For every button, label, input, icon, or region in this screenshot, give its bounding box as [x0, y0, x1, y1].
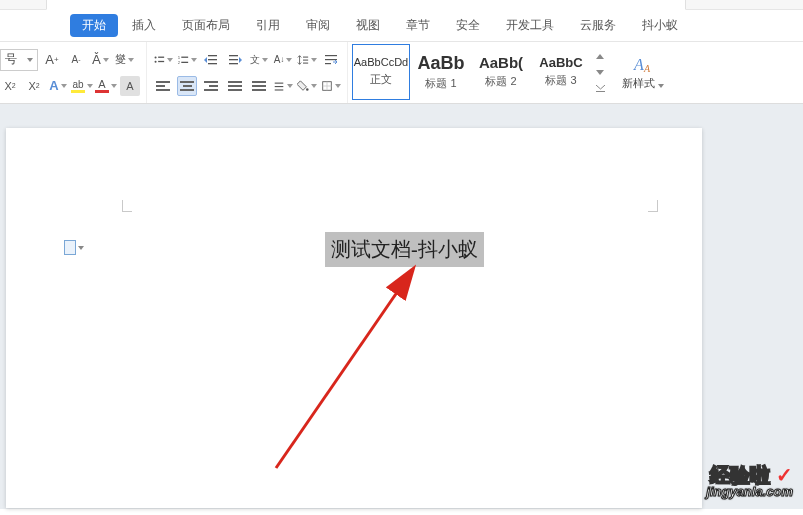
decrease-indent-icon[interactable] — [201, 50, 221, 70]
svg-text:1: 1 — [178, 55, 181, 60]
subscript-icon[interactable]: X2 — [24, 76, 44, 96]
tab-page-layout[interactable]: 页面布局 — [170, 14, 242, 37]
increase-indent-icon[interactable] — [225, 50, 245, 70]
svg-point-0 — [155, 56, 157, 58]
svg-rect-22 — [275, 89, 284, 90]
ribbon-tabs: 开始 插入 页面布局 引用 审阅 视图 章节 安全 开发工具 云服务 抖小蚁 — [0, 10, 803, 42]
style-h2-label: 标题 2 — [485, 74, 516, 89]
font-size-group: 号 A+ A- Ǎ 燮 X2 X2 A ab A A — [0, 42, 147, 103]
chevron-down-icon — [27, 58, 33, 62]
document-page[interactable]: 测试文档-抖小蚁 — [6, 128, 702, 508]
tab-security[interactable]: 安全 — [444, 14, 492, 37]
font-color-icon[interactable]: A — [96, 76, 116, 96]
style-heading-3[interactable]: AaBbC 标题 3 — [532, 44, 590, 100]
styles-gallery: AaBbCcDd 正文 AaBb 标题 1 AaBb( 标题 2 AaBbC 标… — [348, 42, 612, 103]
styles-scroll-down-icon[interactable] — [592, 68, 608, 78]
new-style-button[interactable]: A A 新样式 — [612, 42, 674, 103]
new-style-label: 新样式 — [622, 76, 655, 91]
watermark-check-icon: ✓ — [776, 464, 793, 486]
styles-scroll-up-icon[interactable] — [592, 52, 608, 62]
svg-rect-13 — [229, 63, 238, 64]
watermark: 经验啦 ✓ jingyanla.com — [706, 466, 793, 499]
svg-rect-5 — [181, 56, 188, 57]
tab-reference[interactable]: 引用 — [244, 14, 292, 37]
phonetic-guide-icon[interactable]: 燮 — [114, 50, 134, 70]
tab-cloud[interactable]: 云服务 — [568, 14, 628, 37]
text-effects-icon[interactable]: A — [48, 76, 68, 96]
style-body-preview: AaBbCcDd — [354, 57, 408, 68]
style-h1-label: 标题 1 — [425, 76, 456, 91]
tab-insert[interactable]: 插入 — [120, 14, 168, 37]
style-h3-label: 标题 3 — [545, 73, 576, 88]
ribbon: 号 A+ A- Ǎ 燮 X2 X2 A ab A A — [0, 42, 803, 104]
asian-layout-icon[interactable]: 文 — [249, 50, 269, 70]
character-shading-icon[interactable]: A — [120, 76, 140, 96]
svg-rect-3 — [158, 60, 164, 61]
page-icon — [64, 240, 76, 255]
svg-text:2: 2 — [178, 60, 181, 65]
font-size-combo[interactable]: 号 — [0, 49, 38, 71]
styles-expand-icon[interactable] — [592, 84, 608, 94]
svg-rect-27 — [596, 91, 605, 92]
selected-text[interactable]: 测试文档-抖小蚁 — [325, 232, 484, 267]
tab-chapter[interactable]: 章节 — [394, 14, 442, 37]
chevron-down-icon — [658, 84, 664, 88]
styles-scroll-arrows — [592, 44, 608, 101]
style-heading-2[interactable]: AaBb( 标题 2 — [472, 44, 530, 100]
tab-start[interactable]: 开始 — [70, 14, 118, 37]
numbering-icon[interactable]: 12 — [177, 50, 197, 70]
annotation-arrow-icon — [256, 258, 456, 488]
svg-rect-12 — [229, 59, 238, 60]
align-justify-icon[interactable] — [225, 76, 245, 96]
sort-icon[interactable]: A↓ — [273, 50, 293, 70]
tab-stops-icon[interactable] — [321, 50, 341, 70]
svg-rect-9 — [208, 59, 217, 60]
decrease-font-icon[interactable]: A- — [66, 50, 86, 70]
borders-icon[interactable] — [321, 76, 341, 96]
chevron-down-icon — [78, 246, 84, 250]
svg-rect-15 — [303, 59, 308, 60]
align-distributed-icon[interactable] — [249, 76, 269, 96]
watermark-text: 经验啦 — [710, 464, 770, 486]
paragraph-spacing-icon[interactable] — [273, 76, 293, 96]
svg-text:A: A — [633, 56, 644, 73]
svg-text:A: A — [643, 63, 651, 74]
style-h1-preview: AaBb — [417, 54, 464, 72]
style-h3-preview: AaBbC — [539, 56, 582, 69]
style-body[interactable]: AaBbCcDd 正文 — [352, 44, 410, 100]
svg-rect-17 — [325, 55, 337, 56]
increase-font-icon[interactable]: A+ — [42, 50, 62, 70]
paragraph-options-button[interactable] — [64, 240, 84, 255]
svg-point-2 — [155, 60, 157, 62]
svg-rect-11 — [229, 55, 238, 56]
svg-rect-16 — [303, 62, 308, 63]
tab-view[interactable]: 视图 — [344, 14, 392, 37]
watermark-line2: jingyanla.com — [706, 484, 793, 499]
font-color-letter: A — [98, 78, 105, 90]
line-spacing-icon[interactable] — [297, 50, 317, 70]
superscript-icon[interactable]: X2 — [0, 76, 20, 96]
paragraph-group: 12 文 A↓ — [147, 42, 348, 103]
tab-review[interactable]: 审阅 — [294, 14, 342, 37]
doc-tab-ghost — [46, 0, 686, 10]
margin-corner-tr-icon — [648, 200, 658, 212]
highlight-color-icon[interactable]: ab — [72, 76, 92, 96]
tab-douxiaoyi[interactable]: 抖小蚁 — [630, 14, 690, 37]
svg-rect-7 — [181, 61, 188, 62]
style-h2-preview: AaBb( — [479, 55, 523, 70]
svg-rect-19 — [325, 63, 331, 64]
change-case-icon[interactable]: Ǎ — [90, 50, 110, 70]
style-heading-1[interactable]: AaBb 标题 1 — [412, 44, 470, 100]
margin-corner-tl-icon — [122, 200, 132, 212]
document-background: 测试文档-抖小蚁 经验啦 ✓ jingyanla.com — [0, 104, 803, 509]
svg-rect-8 — [208, 55, 217, 56]
align-left-icon[interactable] — [153, 76, 173, 96]
svg-rect-1 — [158, 56, 164, 57]
tab-dev-tools[interactable]: 开发工具 — [494, 14, 566, 37]
shading-icon[interactable] — [297, 76, 317, 96]
align-center-icon[interactable] — [177, 76, 197, 96]
svg-rect-21 — [275, 86, 284, 87]
bullets-icon[interactable] — [153, 50, 173, 70]
svg-point-23 — [306, 88, 309, 91]
align-right-icon[interactable] — [201, 76, 221, 96]
